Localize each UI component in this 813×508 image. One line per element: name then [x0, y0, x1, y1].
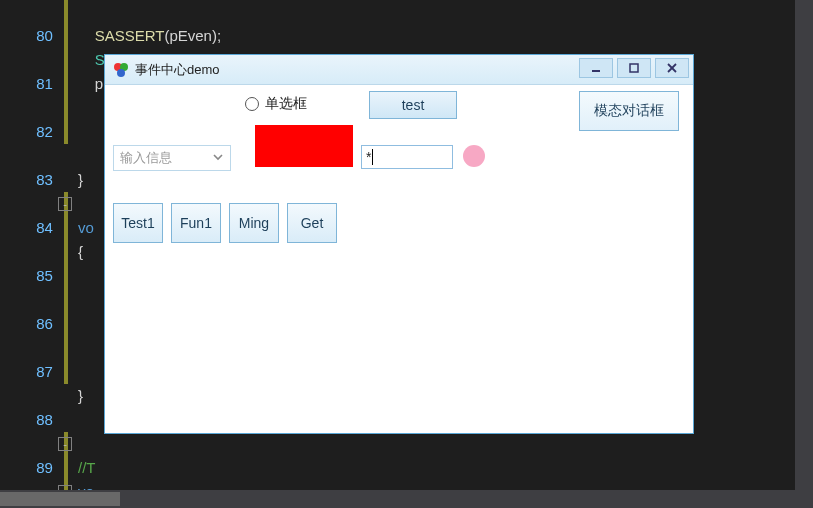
radio-icon — [245, 97, 259, 111]
input-info-combobox[interactable]: 输入信息 — [113, 145, 231, 171]
titlebar[interactable]: 事件中心demo — [105, 55, 693, 85]
line-number: 80 — [36, 27, 53, 44]
text-caret — [372, 149, 373, 165]
svg-rect-4 — [630, 64, 638, 72]
code-token: SASSERT — [95, 27, 165, 44]
code-token: { — [78, 243, 83, 260]
test-button[interactable]: test — [369, 91, 457, 119]
fold-collapse-icon[interactable]: - — [58, 437, 72, 451]
combobox-placeholder: 输入信息 — [120, 149, 172, 167]
line-number: 84 — [36, 219, 53, 236]
line-number: 85 — [36, 267, 53, 284]
demo-window: 事件中心demo 单选框 test 模态对话框 输入信息 * Test1 Fun… — [104, 54, 694, 434]
maximize-button[interactable] — [617, 58, 651, 78]
password-value: * — [366, 149, 371, 165]
password-input[interactable]: * — [361, 145, 453, 169]
code-token: } — [78, 171, 83, 188]
code-token: //T — [78, 459, 96, 476]
red-panel — [255, 125, 353, 167]
status-dot-icon — [463, 145, 485, 167]
ming-button[interactable]: Ming — [229, 203, 279, 243]
chevron-down-icon — [212, 151, 224, 166]
svg-point-2 — [117, 69, 125, 77]
code-token: } — [78, 387, 83, 404]
radio-label: 单选框 — [265, 95, 307, 113]
minimize-button[interactable] — [579, 58, 613, 78]
code-token: vo — [78, 219, 94, 236]
line-number: 89 — [36, 459, 53, 476]
window-title: 事件中心demo — [135, 61, 220, 79]
line-number: 82 — [36, 123, 53, 140]
line-number: 83 — [36, 171, 53, 188]
get-button[interactable]: Get — [287, 203, 337, 243]
line-number-gutter: 80 81 82 83 84 85 86 87 88 89 90 91 92 9… — [0, 0, 56, 508]
close-button[interactable] — [655, 58, 689, 78]
fold-gutter: - - - — [56, 0, 78, 508]
line-number: 81 — [36, 75, 53, 92]
line-number: 87 — [36, 363, 53, 380]
modal-dialog-button[interactable]: 模态对话框 — [579, 91, 679, 131]
single-select-radio[interactable]: 单选框 — [245, 95, 307, 113]
line-number: 88 — [36, 411, 53, 428]
fold-collapse-icon[interactable]: - — [58, 197, 72, 211]
code-token: (pEven); — [164, 27, 221, 44]
test1-button[interactable]: Test1 — [113, 203, 163, 243]
button-row: Test1 Fun1 Ming Get — [113, 203, 337, 243]
vertical-scrollbar[interactable] — [795, 0, 813, 508]
line-number: 86 — [36, 315, 53, 332]
window-client-area: 单选框 test 模态对话框 输入信息 * Test1 Fun1 Ming Ge… — [105, 85, 693, 433]
app-icon — [113, 62, 129, 78]
scrollbar-thumb[interactable] — [0, 492, 120, 506]
horizontal-scrollbar[interactable] — [0, 490, 795, 508]
fun1-button[interactable]: Fun1 — [171, 203, 221, 243]
